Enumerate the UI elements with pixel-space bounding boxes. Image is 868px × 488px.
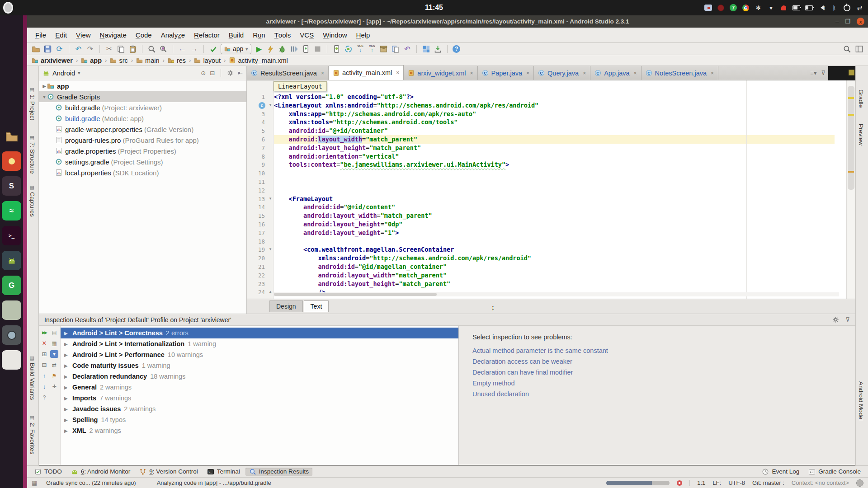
toolwindow-tab-todo[interactable]: TODO [31,468,66,476]
gradle-sync-icon[interactable] [344,45,353,53]
settings-icon[interactable] [227,70,234,76]
stop-process-icon[interactable] [677,480,682,486]
git-branch[interactable]: Git: master : [752,479,784,486]
tab-close-icon[interactable]: × [526,70,529,76]
fold-marker-icon[interactable]: ▾ [268,247,273,251]
camera-icon[interactable] [2,325,21,345]
breadcrumb-item-layout[interactable]: layout [194,57,221,64]
synchronize-icon[interactable]: ⟳ [55,45,64,53]
make-project-icon[interactable] [209,45,217,53]
editor-tab-activity-main-xml[interactable]: activity_main.xml× [329,65,404,80]
run-config-combo[interactable]: app▾ [221,44,251,54]
battery-secondary-icon[interactable] [805,4,813,12]
archive-icon[interactable] [379,45,388,53]
tree-arrow-icon[interactable]: ▶ [64,363,70,368]
ubuntu-dash-icon[interactable] [3,2,13,14]
editor-tab-resultsscreen-java[interactable]: CResultsScreen.java× [247,66,329,80]
tree-arrow-icon[interactable]: ▶ [64,407,70,412]
toolwindow-button-gradle[interactable]: Gradle [858,89,864,108]
toolwindow-button-build-variants[interactable]: ▤Build Variants [29,355,36,400]
paste-icon[interactable] [128,45,137,53]
toolwindow-button-android-model[interactable]: Android Model [858,381,864,421]
search-everywhere-icon[interactable] [843,45,851,53]
help-icon[interactable]: ? [453,45,460,53]
menu-tools[interactable]: Tools [270,28,296,42]
stop-icon[interactable] [313,45,322,53]
screen-recorder-icon[interactable] [717,4,725,12]
inspection-group-code-maturity-issues[interactable]: ▶Code maturity issues1 warning [61,360,458,371]
toolwindow-tab-inspection-results[interactable]: Inspection Results [245,468,312,476]
tree-arrow-icon[interactable]: ▶ [64,428,70,433]
scroll-from-source-icon[interactable]: ⊙ [201,70,206,76]
toolwindow-tab-9--version-control[interactable]: 9: Version Control [136,468,201,476]
breadcrumb-item-src[interactable]: src [110,57,127,64]
inspection-group-general[interactable]: ▶General2 warnings [61,382,458,393]
settings-icon[interactable] [832,316,839,323]
menu-vcs[interactable]: VCS [295,28,318,42]
editor-app-icon[interactable] [2,350,21,370]
tab-close-icon[interactable]: × [470,70,473,76]
toolwindow-button-captures[interactable]: ▤Captures [29,184,36,217]
sdk-download-icon[interactable] [434,45,442,53]
menu-code[interactable]: Code [131,28,156,42]
keyboard-indicator-icon[interactable] [704,5,712,11]
chrome-icon[interactable] [742,4,750,12]
tree-arrow-icon[interactable]: ▶ [64,352,70,357]
android-studio-icon[interactable] [2,251,21,270]
collapse-all-icon[interactable]: ⊟ [210,70,215,76]
editor-tab-query-java[interactable]: CQuery.java× [534,66,590,80]
battery-icon[interactable] [793,4,800,12]
run-icon[interactable]: ▶ [255,45,263,53]
editor-tab-paper-java[interactable]: CPaper.java× [478,66,534,80]
menu-refactor[interactable]: Refactor [189,28,224,42]
avd-manager-icon[interactable] [332,45,341,53]
revert-icon[interactable]: ↶ [403,45,411,53]
group-by-directory-icon[interactable]: ▦ [50,339,58,347]
tab-list-icon[interactable]: ≡▾ [810,70,816,76]
tree-item-gradle-scripts[interactable]: ▼Gradle Scripts [39,91,246,102]
error-stripe-mark[interactable] [848,97,854,99]
horizontal-scrollbar[interactable] [274,292,839,296]
close-icon[interactable]: ✕ [40,339,48,347]
tree-item-gradle-properties[interactable]: gradle.properties (Project Properties) [39,145,255,156]
hide-panel-icon[interactable]: ⊽ [845,316,850,323]
toolwindow-tab-terminal[interactable]: >_Terminal [203,468,244,476]
inspection-link[interactable]: Declaration access can be weaker [472,358,855,365]
tree-item-build-gradle[interactable]: build.gradle (Module: app) [39,113,255,124]
project-tree[interactable]: ▶app▼Gradle Scriptsbuild.gradle (Project… [39,80,246,314]
back-icon[interactable]: ← [178,45,187,53]
tab-close-icon[interactable]: × [634,70,637,76]
editor-hide-icon[interactable]: ⊽ [821,70,826,76]
context-widget[interactable]: Context: <no context> [792,479,849,486]
save-all-icon[interactable] [43,45,52,53]
editor-tab-arxiv-widget-xml[interactable]: arxiv_widget.xml× [404,66,477,80]
find-icon[interactable] [147,45,156,53]
toolwindow-button-7--structure[interactable]: ▤7: Structure [29,135,36,174]
expand-all-icon[interactable]: ⊞ [40,350,48,358]
tree-item-build-gradle[interactable]: build.gradle (Project: arxiviewer) [39,102,255,113]
filter-icon[interactable]: ▼ [50,350,58,358]
toolwindow-button-1--project[interactable]: ▤1: Project [29,87,36,120]
inspection-link[interactable]: Actual method parameter is the same cons… [472,347,855,354]
toolwindow-button-preview[interactable]: Preview [858,124,864,145]
export-icon[interactable]: ▤ [50,328,58,336]
previous-problem-icon[interactable]: ↑ [40,372,48,380]
toolwindow-toggle-icon[interactable] [855,45,863,53]
green-app-icon[interactable]: G [2,276,21,295]
tree-item-settings-gradle[interactable]: settings.gradle (Project Settings) [39,156,255,167]
toolwindow-toggle-icon[interactable]: ▦ [32,479,39,487]
bluetooth-icon[interactable]: ᛒ [830,4,838,12]
file-encoding[interactable]: UTF-8 [728,479,745,486]
photos-icon[interactable] [2,151,21,171]
editor-mode-tab-design[interactable]: Design [269,300,303,312]
line-separator[interactable]: LF: [712,479,721,486]
breadcrumb-item-res[interactable]: res [168,57,186,64]
inspection-group-xml[interactable]: ▶XML2 warnings [61,425,458,436]
editor-tab-notesscreen-java[interactable]: CNotesScreen.java× [642,66,718,80]
open-file-icon[interactable] [32,45,40,53]
terminal-icon[interactable]: >_ [2,226,21,245]
inspection-group-javadoc-issues[interactable]: ▶Javadoc issues2 warnings [61,404,458,414]
snowflake-icon[interactable]: ✻ [755,4,762,12]
toolwindow-button-2--favorites[interactable]: ▤2: Favorites [29,415,36,455]
forward-icon[interactable]: → [190,45,198,53]
